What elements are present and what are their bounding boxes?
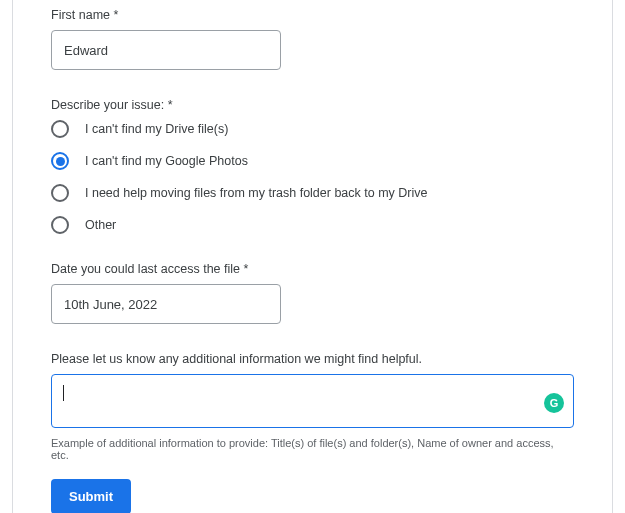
radio-label: I can't find my Drive file(s) bbox=[85, 122, 228, 136]
additional-info-label: Please let us know any additional inform… bbox=[51, 352, 574, 366]
submit-button[interactable]: Submit bbox=[51, 479, 131, 513]
issue-option-drive-files[interactable]: I can't find my Drive file(s) bbox=[51, 120, 574, 138]
additional-info-textarea[interactable] bbox=[51, 374, 574, 428]
grammarly-icon[interactable]: G bbox=[544, 393, 564, 413]
last-access-label: Date you could last access the file * bbox=[51, 262, 574, 276]
issue-option-google-photos[interactable]: I can't find my Google Photos bbox=[51, 152, 574, 170]
form-panel: First name * Describe your issue: * I ca… bbox=[12, 0, 613, 513]
radio-label: I can't find my Google Photos bbox=[85, 154, 248, 168]
first-name-field: First name * bbox=[51, 8, 574, 70]
issue-field: Describe your issue: * I can't find my D… bbox=[51, 98, 574, 234]
additional-info-field: Please let us know any additional inform… bbox=[51, 352, 574, 461]
issue-label: Describe your issue: * bbox=[51, 98, 574, 112]
radio-icon bbox=[51, 152, 69, 170]
radio-icon bbox=[51, 120, 69, 138]
additional-info-helper: Example of additional information to pro… bbox=[51, 437, 574, 461]
issue-option-trash-restore[interactable]: I need help moving files from my trash f… bbox=[51, 184, 574, 202]
issue-option-other[interactable]: Other bbox=[51, 216, 574, 234]
last-access-field: Date you could last access the file * bbox=[51, 262, 574, 324]
issue-radio-group: I can't find my Drive file(s) I can't fi… bbox=[51, 120, 574, 234]
first-name-label: First name * bbox=[51, 8, 574, 22]
last-access-input[interactable] bbox=[51, 284, 281, 324]
radio-icon bbox=[51, 216, 69, 234]
first-name-input[interactable] bbox=[51, 30, 281, 70]
radio-icon bbox=[51, 184, 69, 202]
radio-label: Other bbox=[85, 218, 116, 232]
radio-label: I need help moving files from my trash f… bbox=[85, 186, 428, 200]
